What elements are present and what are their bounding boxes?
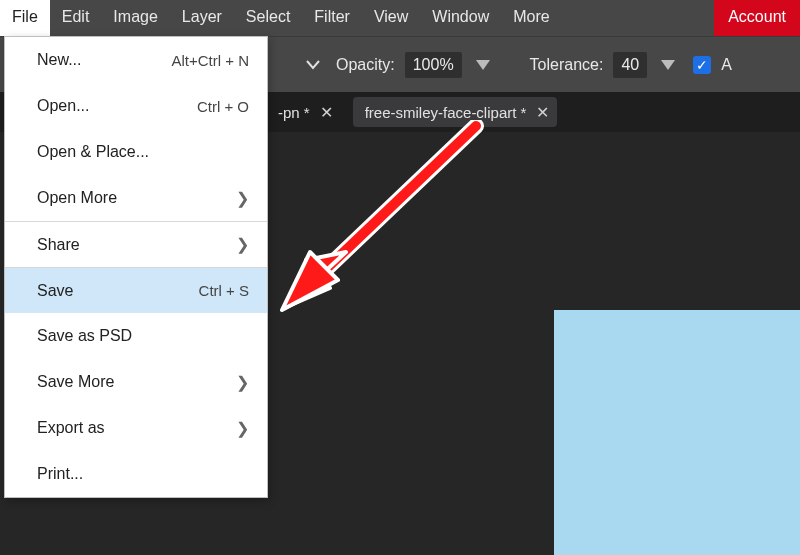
menu-edit[interactable]: Edit (50, 0, 102, 36)
menu-item-save-psd[interactable]: Save as PSD (5, 313, 267, 359)
opacity-label: Opacity: (336, 56, 395, 74)
menu-item-label: Save More (37, 373, 236, 391)
menu-more[interactable]: More (501, 0, 561, 36)
menu-item-shortcut: Ctrl + O (197, 98, 249, 115)
menu-view[interactable]: View (362, 0, 420, 36)
opacity-dropdown-icon[interactable] (476, 60, 490, 70)
menu-item-label: Export as (37, 419, 236, 437)
antialias-checkbox[interactable]: ✓ (693, 56, 711, 74)
menu-layer[interactable]: Layer (170, 0, 234, 36)
document-tab[interactable]: -pn * ✕ (278, 97, 341, 127)
document-tab[interactable]: free-smiley-face-clipart * ✕ (353, 97, 558, 127)
canvas[interactable] (554, 310, 800, 555)
menu-filter[interactable]: Filter (302, 0, 362, 36)
close-icon[interactable]: ✕ (536, 103, 549, 122)
tab-label: free-smiley-face-clipart * (365, 104, 527, 121)
menu-item-label: Open... (37, 97, 197, 115)
close-icon[interactable]: ✕ (320, 103, 333, 122)
antialias-label-truncated: A (721, 56, 732, 74)
opacity-value[interactable]: 100% (405, 52, 462, 78)
menu-item-open-more[interactable]: Open More ❯ (5, 175, 267, 221)
menu-item-print[interactable]: Print... (5, 451, 267, 497)
tolerance-value[interactable]: 40 (613, 52, 647, 78)
menu-item-label: Print... (37, 465, 249, 483)
file-menu-dropdown: New... Alt+Ctrl + N Open... Ctrl + O Ope… (4, 36, 268, 498)
menu-item-label: Save (37, 282, 199, 300)
tolerance-dropdown-icon[interactable] (661, 60, 675, 70)
chevron-right-icon: ❯ (236, 419, 249, 438)
menu-item-label: Open More (37, 189, 236, 207)
menu-item-label: New... (37, 51, 171, 69)
chevron-right-icon: ❯ (236, 373, 249, 392)
menubar: File Edit Image Layer Select Filter View… (0, 0, 800, 36)
menu-item-save-more[interactable]: Save More ❯ (5, 359, 267, 405)
chevron-right-icon: ❯ (236, 189, 249, 208)
menu-item-export-as[interactable]: Export as ❯ (5, 405, 267, 451)
menubar-spacer (562, 0, 715, 36)
tool-preset-dropdown[interactable] (278, 51, 326, 79)
menu-item-share[interactable]: Share ❯ (5, 221, 267, 267)
menu-item-shortcut: Ctrl + S (199, 282, 249, 299)
tolerance-label: Tolerance: (530, 56, 604, 74)
menu-item-open[interactable]: Open... Ctrl + O (5, 83, 267, 129)
menu-item-label: Share (37, 236, 236, 254)
menu-item-label: Open & Place... (37, 143, 249, 161)
menu-item-label: Save as PSD (37, 327, 249, 345)
account-button[interactable]: Account (714, 0, 800, 36)
chevron-right-icon: ❯ (236, 235, 249, 254)
menu-select[interactable]: Select (234, 0, 302, 36)
menu-file[interactable]: File (0, 0, 50, 36)
tab-label: -pn * (278, 104, 310, 121)
menu-image[interactable]: Image (101, 0, 169, 36)
menu-item-save[interactable]: Save Ctrl + S (5, 267, 267, 313)
menu-window[interactable]: Window (420, 0, 501, 36)
menu-item-new[interactable]: New... Alt+Ctrl + N (5, 37, 267, 83)
menu-item-shortcut: Alt+Ctrl + N (171, 52, 249, 69)
chevron-down-icon (306, 60, 320, 70)
menu-item-open-place[interactable]: Open & Place... (5, 129, 267, 175)
